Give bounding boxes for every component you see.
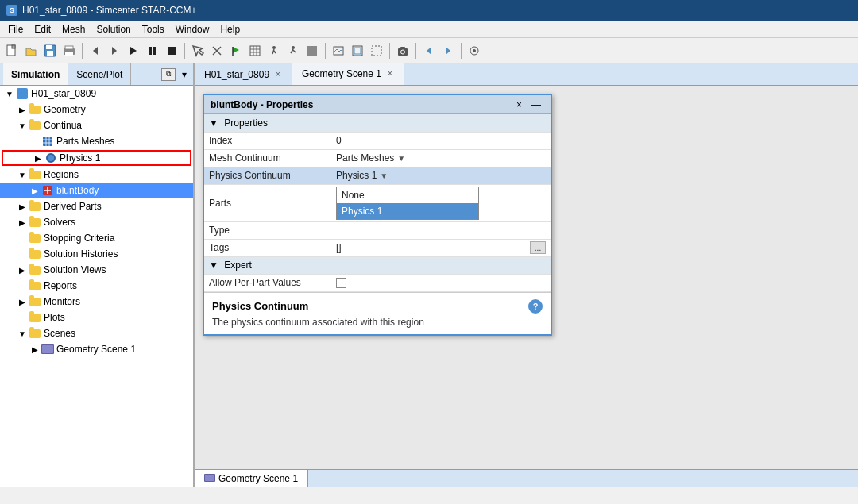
toolbar-stop2[interactable] [303,42,321,60]
menu-tools[interactable]: Tools [137,22,169,37]
tab-h01-close[interactable]: × [274,70,282,79]
toolbar-back[interactable] [87,42,104,60]
svg-marker-17 [233,47,239,53]
tree-solvers[interactable]: ▶ Solvers [0,214,193,230]
svg-rect-37 [400,47,405,49]
tree-geometry[interactable]: ▶ Geometry [0,102,193,117]
solvers-icon [29,216,41,229]
props-close-btn[interactable]: × [513,99,525,110]
toolbar-pause[interactable] [144,42,161,60]
continua-expander[interactable]: ▼ [16,119,29,132]
tree-root[interactable]: ▼ H01_star_0809 [0,86,193,102]
bottom-tab-geo-scene[interactable]: Geometry Scene 1 [195,470,308,487]
prop-allow-perpart-label: Allow Per-Part Values [204,274,331,291]
toolbar-flag[interactable] [227,42,245,60]
left-panel: Simulation Scene/Plot ⧉ ▾ ▼ H01_star_080… [0,63,195,487]
toolbar-mesh[interactable] [246,42,264,60]
toolbar-open[interactable] [22,42,40,60]
tree-geo-scene1[interactable]: ▶ Geometry Scene 1 [0,341,193,357]
toolbar-nav-back[interactable] [420,42,438,60]
toolbar-dotted[interactable] [368,42,385,60]
regions-expander[interactable]: ▼ [16,168,29,181]
tab-h01-label: H01_star_0809 [204,69,269,80]
solution-views-expander[interactable]: ▶ [16,264,29,276]
tab-geo-scene[interactable]: Geometry Scene 1 × [292,63,404,85]
tab-simulation[interactable]: Simulation [3,63,68,85]
derived-parts-expander[interactable]: ▶ [16,200,29,213]
root-expander[interactable]: ▼ [3,87,16,100]
physics-continuum-arrow[interactable]: ▼ [380,171,388,180]
toolbar-expand[interactable] [349,42,366,60]
bluntbody-label: bluntBody [56,185,99,196]
tree-bluntbody[interactable]: ▶ bluntBody [0,183,193,198]
svg-rect-34 [372,46,381,56]
reports-expander[interactable]: ▶ [16,279,29,292]
regions-label: Regions [44,169,79,180]
prop-physics-value[interactable]: Physics 1 ▼ [331,167,551,184]
geometry-expander[interactable]: ▶ [16,103,29,116]
bluntbody-expander[interactable]: ▶ [29,184,41,197]
info-help-btn[interactable]: ? [528,299,543,314]
mesh-continuum-text: Parts Meshes [336,152,394,164]
tab-scene-plot[interactable]: Scene/Plot [68,63,131,85]
panel-menu-btn[interactable]: ▾ [179,69,190,80]
mesh-continuum-arrow[interactable]: ▼ [397,154,405,163]
physics-continuum-text: Physics 1 [336,170,377,181]
physics1-expander[interactable]: ▶ [32,152,44,164]
tree-continua[interactable]: ▼ Continua [0,117,193,133]
tree-reports[interactable]: ▶ Reports [0,278,193,294]
toolbar-run[interactable] [125,42,142,60]
menu-window[interactable]: Window [171,22,214,37]
plots-expander[interactable]: ▶ [16,311,29,324]
toolbar-cut[interactable] [208,42,226,60]
toolbar-walk[interactable] [265,42,283,60]
stopping-criteria-expander[interactable]: ▶ [16,232,29,244]
tags-browse-btn[interactable]: ... [530,241,546,254]
toolbar-new[interactable] [3,42,21,60]
toolbar-camera[interactable] [394,42,412,60]
scenes-expander[interactable]: ▼ [16,327,29,340]
props-minimize-btn[interactable]: — [528,99,544,110]
tree-plots[interactable]: ▶ Plots [0,310,193,325]
tree-scenes[interactable]: ▼ Scenes [0,325,193,341]
prop-mesh-value[interactable]: Parts Meshes ▼ [331,149,551,167]
toolbar-print[interactable] [60,42,78,60]
tree-derived-parts[interactable]: ▶ Derived Parts [0,198,193,214]
monitors-expander[interactable]: ▶ [16,295,29,308]
allow-perpart-checkbox[interactable] [336,278,346,288]
toolbar-stop[interactable] [163,42,180,60]
solution-histories-expander[interactable]: ▶ [16,248,29,260]
toolbar-nav-forward[interactable] [439,42,457,60]
toolbar-save[interactable] [41,42,59,60]
parts-option-physics1[interactable]: Physics 1 [337,203,478,219]
menu-help[interactable]: Help [215,22,245,37]
menu-solution[interactable]: Solution [91,22,135,37]
tree-regions[interactable]: ▼ Regions [0,167,193,183]
toolbar-forward[interactable] [106,42,123,60]
menu-edit[interactable]: Edit [29,22,56,37]
tree-physics1[interactable]: ▶ Physics 1 [2,150,191,166]
tree-solution-histories[interactable]: ▶ Solution Histories [0,246,193,262]
toolbar-image[interactable] [330,42,347,60]
link-views-btn[interactable]: ⧉ [161,68,176,81]
menu-file[interactable]: File [3,22,28,37]
tree-stopping-criteria[interactable]: ▶ Stopping Criteria [0,230,193,246]
props-header: bluntBody - Properties × — [204,95,551,114]
tree-parts-meshes[interactable]: ▶ Parts Meshes [0,133,193,149]
tab-geo-close[interactable]: × [386,69,394,78]
toolbar-select[interactable] [189,42,207,60]
main-layout: Simulation Scene/Plot ⧉ ▾ ▼ H01_star_080… [0,63,858,487]
prop-parts-value[interactable]: None Physics 1 [331,184,551,221]
geo-scene1-expander[interactable]: ▶ [29,343,41,356]
parts-option-none[interactable]: None [337,187,478,203]
tab-h01-sim[interactable]: H01_star_0809 × [195,63,292,85]
toolbar-run2[interactable] [284,42,302,60]
prop-parts-label: Parts [204,184,331,221]
menu-mesh[interactable]: Mesh [57,22,90,37]
section-properties-icon: ▼ [209,117,218,129]
tree-solution-views[interactable]: ▶ Solution Views [0,262,193,278]
tree-monitors[interactable]: ▶ Monitors [0,294,193,310]
parts-meshes-expander[interactable]: ▶ [29,135,41,148]
toolbar-settings[interactable] [466,42,483,60]
solvers-expander[interactable]: ▶ [16,216,29,229]
